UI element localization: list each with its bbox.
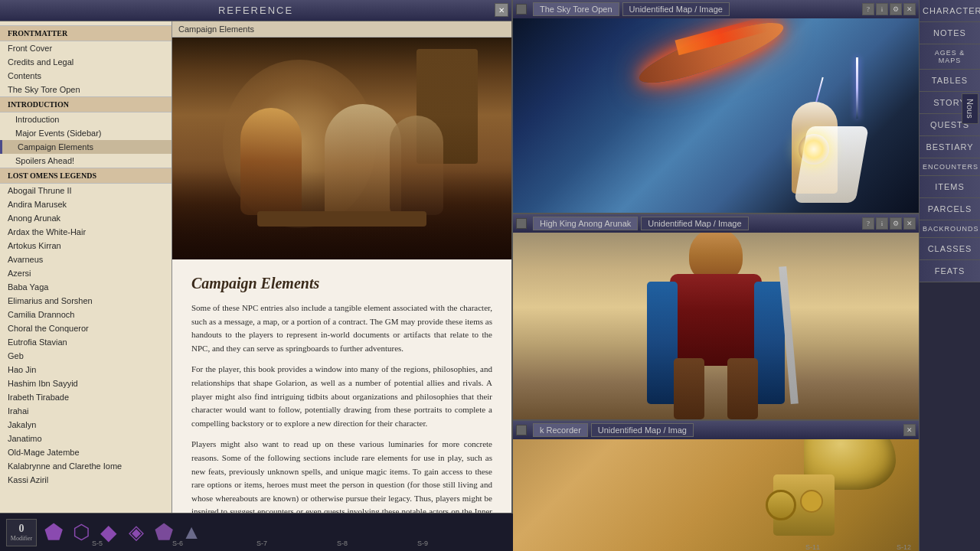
die-d10[interactable]: ◈ (124, 520, 149, 545)
toc-item-baba-yaga[interactable]: Baba Yaga (0, 280, 172, 294)
high-king-tab[interactable]: High King Anong Arunak (533, 217, 638, 230)
king-info-icon[interactable]: i (876, 217, 888, 230)
toc-item-abogail[interactable]: Abogail Thrune II (0, 184, 172, 197)
toc-panel: FRONTMATTER Front Cover Credits and Lega… (0, 21, 172, 551)
content-paragraph-1: Some of these NPC entries also include a… (191, 302, 492, 355)
toc-item-campaign-elements[interactable]: Campaign Elements (0, 140, 172, 154)
content-panel: Campaign Elements (172, 21, 511, 551)
toc-section-lost-omens: LOST OMENS LEGENDS (0, 168, 172, 184)
toc-item-kassi[interactable]: Kassi Aziril (0, 473, 172, 487)
toc-item-spoilers[interactable]: Spoilers Ahead! (0, 154, 172, 168)
toc-item-artokus[interactable]: Artokus Kirran (0, 239, 172, 253)
toc-item-choral[interactable]: Choral the Conqueror (0, 321, 172, 335)
toc-item-irahai[interactable]: Irahai (0, 404, 172, 418)
die-d4[interactable]: ⬟ (41, 520, 66, 545)
king-close-icon[interactable]: ✕ (903, 217, 916, 230)
sky-close-icon[interactable]: ✕ (903, 3, 916, 15)
toc-item-azersi[interactable]: Azersi (0, 266, 172, 280)
king-settings-icon[interactable]: ⚙ (890, 217, 902, 230)
recorder-close-icon[interactable]: ✕ (903, 424, 916, 436)
modifier-value: 0 (19, 523, 24, 535)
toc-item-kalabrynne[interactable]: Kalabrynne and Clarethe Iome (0, 459, 172, 473)
recorder-artwork (513, 439, 919, 551)
toc-item-avarneus[interactable]: Avarneus (0, 253, 172, 266)
toc-item-jakalyn[interactable]: Jakalyn (0, 418, 172, 432)
segment-s7: S-7 (256, 540, 267, 547)
toc-section-frontmatter: FRONTMATTER (0, 25, 172, 41)
sidebar-tab-notes[interactable]: Notes (920, 22, 980, 44)
segment-s5: S-5 (92, 540, 103, 547)
sky-tore-artwork (513, 18, 919, 213)
sidebar-tab-characters[interactable]: Characters (920, 0, 980, 22)
toc-item-eutrofia[interactable]: Eutrofia Stavian (0, 335, 172, 349)
recorder-window: k Recorder Unidentified Map / Imag ✕ (513, 421, 919, 551)
toc-item-elimarius[interactable]: Elimarius and Sorshen (0, 294, 172, 308)
toc-item-sky-tore[interactable]: The Sky Tore Open (0, 83, 172, 96)
high-king-titlebar: High King Anong Arunak Unidentified Map … (513, 214, 919, 233)
segment-s11: S-11 (805, 543, 820, 551)
sky-tore-tab[interactable]: The Sky Tore Open (533, 2, 619, 16)
sky-help-icon[interactable]: ? (862, 3, 874, 15)
tavern-scene-art (172, 37, 511, 259)
right-content: The Sky Tore Open Unidentified Map / Ima… (513, 0, 980, 551)
content-text-area: Campaign Elements Some of these NPC entr… (172, 259, 511, 526)
gramophone (758, 439, 896, 536)
content-header-bar: Campaign Elements (172, 21, 511, 37)
window-icon-recorder (516, 425, 527, 435)
toc-item-camilia[interactable]: Camilia Drannoch (0, 308, 172, 321)
reference-panel: Reference ✕ FRONTMATTER Front Cover Cred… (0, 0, 513, 551)
sidebar-tab-classes[interactable]: Classes (920, 238, 980, 260)
right-sidebar: Characters Notes Ages & Maps Tables Stor… (919, 0, 980, 551)
toc-item-anong[interactable]: Anong Arunak (0, 211, 172, 225)
recorder-tab[interactable]: k Recorder (533, 423, 588, 437)
sidebar-tab-items[interactable]: Items (920, 176, 980, 198)
toc-item-hashim[interactable]: Hashim Ibn Sayyid (0, 377, 172, 390)
sky-settings-icon[interactable]: ⚙ (890, 3, 902, 15)
segment-s8: S-8 (337, 540, 348, 547)
sidebar-tab-encounters[interactable]: Encounters (920, 158, 980, 176)
segment-s6: S-6 (172, 540, 183, 547)
content-illustration (172, 37, 511, 259)
king-help-icon[interactable]: ? (862, 217, 874, 230)
toc-item-intro[interactable]: Introduction (0, 112, 172, 126)
sidebar-tab-backrounds[interactable]: Backrounds (920, 220, 980, 238)
toc-item-front-cover[interactable]: Front Cover (0, 41, 172, 55)
toc-item-irabeth[interactable]: Irabeth Tirabade (0, 390, 172, 404)
reference-body: FRONTMATTER Front Cover Credits and Lega… (0, 21, 511, 551)
toc-item-janatimo[interactable]: Janatimo (0, 432, 172, 445)
reference-close-button[interactable]: ✕ (495, 3, 508, 17)
sky-info-icon[interactable]: i (876, 3, 888, 15)
recorder-map-tab[interactable]: Unidentified Map / Imag (591, 423, 694, 437)
modifier-label: Modifier (11, 535, 32, 542)
right-segment-labels: S-11 S-12 (798, 543, 919, 551)
sidebar-tab-tables[interactable]: Tables (920, 70, 980, 92)
toc-item-major-events[interactable]: Major Events (Sidebar) (0, 126, 172, 140)
sky-tore-window: The Sky Tore Open Unidentified Map / Ima… (513, 0, 919, 214)
window-icon-sky (516, 4, 527, 15)
toc-item-geb[interactable]: Geb (0, 349, 172, 363)
content-paragraph-2: For the player, this book provides a win… (191, 363, 492, 430)
modifier-box: 0 Modifier (6, 519, 37, 546)
sidebar-tab-bestiary[interactable]: Bestiary (920, 136, 980, 158)
toc-item-ardax[interactable]: Ardax the White-Hair (0, 225, 172, 239)
window-icons-king: ? i ⚙ ✕ (862, 217, 916, 230)
window-icon-king (516, 218, 527, 229)
sidebar-tab-feats[interactable]: Feats (920, 260, 980, 282)
toc-item-andira[interactable]: Andira Marusek (0, 197, 172, 211)
segment-s9: S-9 (417, 540, 428, 547)
window-icons-recorder: ✕ (903, 424, 916, 436)
warrior-figure (655, 233, 777, 419)
die-d6[interactable]: ⬡ (69, 520, 93, 545)
toc-item-contents[interactable]: Contents (0, 69, 172, 83)
sidebar-tab-parcels[interactable]: Parcels (920, 198, 980, 220)
toc-item-credits[interactable]: Credits and Legal (0, 55, 172, 69)
sidebar-tab-ages-maps[interactable]: Ages & Maps (920, 44, 980, 70)
reference-titlebar: Reference ✕ (0, 0, 511, 21)
reference-title: Reference (218, 5, 293, 16)
high-king-map-tab[interactable]: Unidentified Map / Image (641, 217, 748, 230)
content-area[interactable]: Campaign Elements Some of these NPC entr… (172, 37, 511, 526)
toc-item-old-mage[interactable]: Old-Mage Jatembe (0, 445, 172, 459)
sky-tore-map-tab[interactable]: Unidentified Map / Image (622, 2, 730, 16)
app-container: Reference ✕ FRONTMATTER Front Cover Cred… (0, 0, 980, 551)
toc-item-hao-jin[interactable]: Hao Jin (0, 363, 172, 377)
